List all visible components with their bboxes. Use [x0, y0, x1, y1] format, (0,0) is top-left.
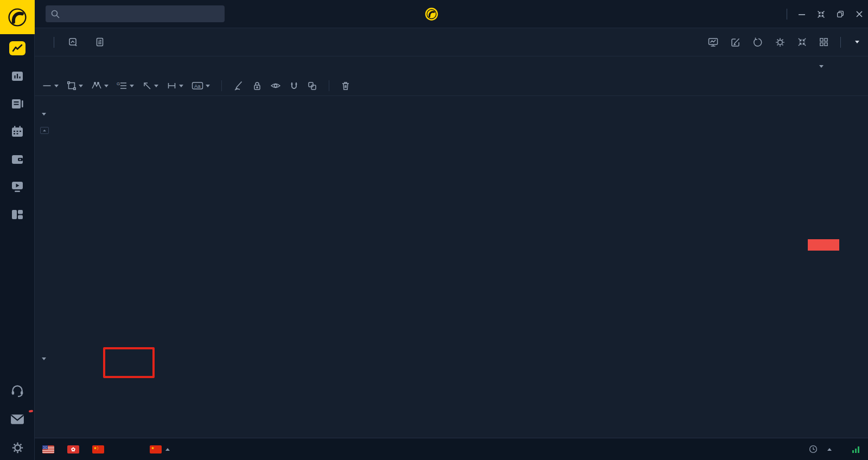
cn-flag-icon: [150, 445, 162, 453]
settings-gear-icon[interactable]: [775, 37, 786, 48]
arrow-tool[interactable]: [142, 81, 158, 91]
divider: [329, 80, 329, 91]
grid-layout-icon[interactable]: [819, 37, 829, 47]
chevron-down-icon: [42, 113, 46, 116]
support-headset-icon[interactable]: [10, 384, 24, 398]
brand-logo[interactable]: [0, 0, 35, 34]
stocks-icon: [9, 41, 25, 55]
hk-session-status: [67, 445, 83, 453]
divider: [787, 9, 787, 20]
tiger-logo-icon: [425, 7, 439, 21]
search-input[interactable]: [64, 9, 219, 18]
layout-icon: [9, 207, 25, 221]
svg-text:Aa: Aa: [194, 83, 201, 89]
sidebar-item-calendar[interactable]: [9, 124, 25, 142]
delete-trash-tool[interactable]: [341, 81, 350, 91]
undo-history-icon[interactable]: [752, 37, 763, 48]
collapse-pane-icon[interactable]: [40, 127, 49, 134]
visibility-eye-tool[interactable]: [270, 81, 281, 91]
market-icon: [9, 69, 25, 83]
chevron-down-icon: [154, 85, 158, 87]
shape-tool[interactable]: [67, 81, 83, 91]
sidebar-item-stocks[interactable]: [9, 41, 25, 59]
divider: [54, 37, 54, 48]
measure-tool[interactable]: [167, 81, 183, 91]
atr-indicator-bar: [39, 357, 71, 360]
chevron-down-icon: [819, 65, 824, 68]
sidebar-item-market[interactable]: [9, 69, 25, 86]
drawing-toolbar: G Aa: [35, 76, 868, 96]
svg-text:G: G: [117, 81, 120, 86]
divider: [840, 37, 841, 48]
mail-icon: [10, 414, 24, 425]
us-flag-icon: [42, 445, 54, 453]
ma-selector[interactable]: [39, 113, 46, 116]
search-icon: [51, 10, 60, 18]
minimize-button[interactable]: [797, 10, 806, 18]
brush-tool[interactable]: [233, 80, 244, 91]
material-icon: [95, 37, 104, 47]
timeframe-bar: [35, 56, 868, 76]
cn-flag-icon: [92, 445, 104, 453]
tab-material[interactable]: [95, 37, 108, 47]
calendar-icon: [9, 124, 25, 138]
main-chart[interactable]: [35, 110, 868, 438]
tiger-logo-icon: [5, 5, 29, 29]
divider: [221, 80, 222, 91]
last-price-badge: [808, 239, 839, 251]
gann-tool[interactable]: G: [117, 81, 134, 91]
chevron-down-icon: [206, 85, 210, 87]
wave-tool[interactable]: [91, 81, 108, 91]
collapse-up-icon[interactable]: [827, 448, 832, 451]
hk-flag-icon: [67, 445, 79, 453]
chart-area: [35, 110, 868, 438]
chevron-down-icon: [42, 357, 46, 360]
lock-tool[interactable]: [252, 81, 262, 91]
adjust-selector[interactable]: [816, 65, 824, 68]
chart-screen-icon[interactable]: [707, 37, 719, 48]
annotation-red-box[interactable]: [103, 347, 155, 378]
text-tool[interactable]: Aa: [192, 81, 210, 91]
settings-gear-icon[interactable]: [11, 441, 24, 455]
atr-selector[interactable]: [39, 357, 46, 360]
chevron-down-icon: [54, 85, 59, 87]
sidebar-item-college[interactable]: [9, 180, 25, 197]
ohlc-info-bar: [35, 96, 868, 110]
top-bar: [0, 0, 868, 28]
sidebar-item-layout[interactable]: [9, 207, 25, 225]
chevron-down-icon: [179, 85, 183, 87]
connection-signal-icon: [852, 446, 860, 453]
chevron-down-icon: [130, 85, 134, 87]
options-icon: [68, 37, 78, 47]
sidebar-item-assets[interactable]: [9, 152, 25, 169]
messages-button[interactable]: [10, 414, 24, 425]
clock-icon: [809, 445, 818, 453]
new-badge: [29, 410, 33, 412]
magnet-tool[interactable]: [289, 81, 299, 91]
link-objects-tool[interactable]: [307, 81, 317, 91]
tab-options[interactable]: [68, 37, 81, 47]
app-title: [425, 0, 444, 28]
us-session-status: [42, 445, 58, 453]
status-bar: [35, 438, 868, 460]
line-tool[interactable]: [42, 81, 59, 91]
edit-pencil-icon[interactable]: [730, 37, 741, 48]
symbol-header: [35, 28, 868, 56]
close-button[interactable]: [855, 10, 864, 18]
sidebar: [0, 34, 35, 460]
compress-chart-icon[interactable]: [797, 37, 807, 47]
restore-window-button[interactable]: [836, 10, 845, 18]
main-panel: G Aa: [35, 28, 868, 460]
compress-window-button[interactable]: [816, 10, 826, 19]
cn-indices-toggle[interactable]: [150, 445, 170, 453]
collapse-up-icon: [165, 448, 170, 451]
chevron-down-icon: [79, 85, 83, 87]
college-icon: [9, 180, 25, 194]
layout-selector[interactable]: [852, 41, 859, 43]
chevron-down-icon: [855, 41, 859, 43]
assets-icon: [9, 152, 25, 166]
sidebar-item-news[interactable]: [9, 97, 25, 114]
chevron-down-icon: [104, 85, 108, 87]
ma-indicator-bar: [39, 113, 95, 116]
search-box[interactable]: [46, 5, 225, 22]
